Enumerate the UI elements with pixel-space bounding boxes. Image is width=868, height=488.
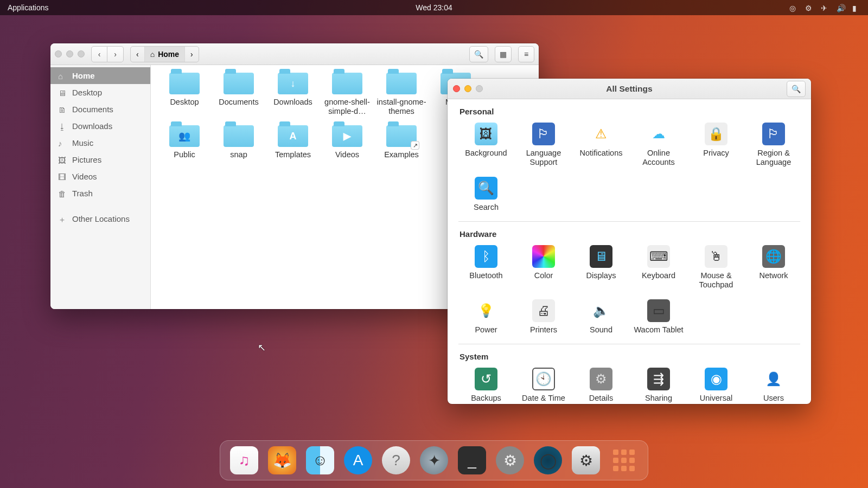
- sidebar-item-label: Music: [72, 138, 93, 147]
- folder-snap[interactable]: snap: [214, 125, 264, 159]
- folder-label: Videos: [335, 150, 359, 159]
- settings-sound[interactable]: 🔈Sound: [573, 297, 629, 337]
- settings-network[interactable]: 🌐Network: [746, 243, 801, 291]
- sidebar-item-downloads[interactable]: ⭳Downloads: [50, 118, 150, 134]
- settings-item-label: Printers: [530, 325, 557, 335]
- settings-online-accounts[interactable]: ☁Online Accounts: [631, 120, 686, 169]
- settings-details[interactable]: ⚙Details: [573, 365, 629, 404]
- sidebar-item-documents[interactable]: 🗎Documents: [50, 101, 150, 118]
- settings-body: Personal 🖼Background 🏳Language Support ⚠…: [448, 99, 811, 404]
- sidebar-item-videos[interactable]: 🎞Videos: [50, 168, 150, 185]
- settings-region[interactable]: 🏳Region & Language: [746, 120, 801, 169]
- folder-documents[interactable]: Documents: [214, 73, 264, 115]
- maximize-button[interactable]: [78, 50, 85, 57]
- dock-help[interactable]: ?: [382, 446, 410, 474]
- tablet-icon: ▭: [647, 299, 670, 322]
- sidebar-item-home[interactable]: ⌂Home: [50, 67, 150, 84]
- close-button[interactable]: [453, 85, 460, 92]
- hamburger-menu-button[interactable]: ≡: [518, 46, 534, 62]
- view-grid-button[interactable]: ▦: [495, 46, 512, 62]
- folder-public[interactable]: Public: [159, 125, 209, 159]
- settings-keyboard[interactable]: ⌨Keyboard: [631, 243, 686, 291]
- battery-icon[interactable]: ▮: [852, 4, 860, 12]
- files-titlebar[interactable]: ‹ › ‹ ⌂ Home › 🔍 ▦ ≡: [50, 43, 539, 65]
- settings-color[interactable]: Color: [516, 243, 571, 291]
- settings-language[interactable]: 🏳Language Support: [516, 120, 571, 169]
- minimize-button[interactable]: [66, 50, 73, 57]
- settings-displays[interactable]: 🖥Displays: [573, 243, 629, 291]
- panel-clock[interactable]: Wed 23:04: [416, 3, 452, 12]
- settings-item-label: Backups: [471, 394, 501, 403]
- sidebar-item-label: Trash: [72, 189, 93, 198]
- sidebar-item-trash[interactable]: 🗑Trash: [50, 185, 150, 202]
- dock-software[interactable]: A: [344, 446, 372, 474]
- path-home[interactable]: ⌂ Home: [145, 47, 185, 62]
- settings-item-label: Sharing: [645, 394, 672, 403]
- settings-search-button[interactable]: 🔍: [787, 81, 806, 97]
- symlink-icon: ↗: [411, 142, 419, 149]
- folder-downloads[interactable]: Downloads: [268, 73, 318, 115]
- settings-date-time[interactable]: 🕙Date & Time: [516, 365, 571, 404]
- folder-icon: [332, 73, 362, 94]
- settings-item-label: Bluetooth: [469, 271, 502, 280]
- dock-activity[interactable]: ◯: [534, 446, 562, 474]
- folder-gnome-shell[interactable]: gnome-shell-simple-d…: [322, 73, 372, 115]
- airplane-icon[interactable]: ✈: [821, 4, 829, 12]
- settings-wacom[interactable]: ▭Wacom Tablet: [631, 297, 686, 337]
- dock-show-apps[interactable]: [610, 446, 638, 474]
- folder-label: Desktop: [170, 98, 199, 107]
- sidebar-item-desktop[interactable]: 🖥Desktop: [50, 84, 150, 101]
- bulb-icon: 💡: [475, 299, 497, 322]
- settings-mouse[interactable]: 🖱Mouse & Touchpad: [688, 243, 744, 291]
- settings-universal-access[interactable]: ◉Universal Access: [688, 365, 744, 404]
- divider: [458, 344, 800, 344]
- settings-backups[interactable]: ↺Backups: [458, 365, 514, 404]
- dock-terminal[interactable]: _: [458, 446, 486, 474]
- maximize-button[interactable]: [476, 85, 483, 92]
- dock-settings[interactable]: ⚙: [496, 446, 524, 474]
- dock-firefox[interactable]: 🦊: [268, 446, 296, 474]
- back-button[interactable]: ‹: [91, 46, 107, 62]
- dock-screenshot[interactable]: ✦: [420, 446, 448, 474]
- desktop-icon: 🖥: [58, 88, 67, 97]
- folder-templates[interactable]: Templates: [268, 125, 318, 159]
- path-prev-button[interactable]: ‹: [131, 47, 145, 62]
- settings-users[interactable]: 👤Users: [746, 365, 801, 404]
- settings-window: All Settings 🔍 Personal 🖼Background 🏳Lan…: [448, 79, 811, 404]
- folder-install-themes[interactable]: install-gnome-themes: [376, 73, 426, 115]
- folder-desktop[interactable]: Desktop: [159, 73, 209, 115]
- dock-music[interactable]: ♫: [230, 446, 258, 474]
- network-icon[interactable]: ⚙: [805, 4, 813, 12]
- volume-icon[interactable]: 🔊: [837, 4, 845, 12]
- mouse-icon: 🖱: [705, 245, 727, 268]
- settings-item-label: Keyboard: [642, 271, 675, 280]
- settings-titlebar[interactable]: All Settings 🔍: [448, 79, 811, 99]
- sidebar-item-other-locations[interactable]: ＋Other Locations: [50, 210, 150, 227]
- videos-icon: 🎞: [58, 172, 67, 181]
- folder-examples[interactable]: ↗Examples: [376, 125, 426, 159]
- settings-printers[interactable]: 🖨Printers: [516, 297, 571, 337]
- settings-sharing[interactable]: ⇶Sharing: [631, 365, 686, 404]
- dock-tweaks[interactable]: ⚙: [572, 446, 600, 474]
- search-button[interactable]: 🔍: [469, 46, 488, 62]
- applications-menu[interactable]: Applications: [8, 3, 49, 12]
- settings-search[interactable]: 🔍Search: [458, 175, 514, 214]
- settings-background[interactable]: 🖼Background: [458, 120, 514, 169]
- minimize-button[interactable]: [464, 85, 471, 92]
- settings-title: All Settings: [606, 84, 652, 94]
- path-next-button[interactable]: ›: [185, 47, 199, 62]
- settings-notifications[interactable]: ⚠Notifications: [573, 120, 629, 169]
- sidebar-item-music[interactable]: ♪Music: [50, 134, 150, 151]
- dock-files[interactable]: ☺: [306, 446, 334, 474]
- settings-item-label: Mouse & Touchpad: [688, 271, 744, 289]
- settings-power[interactable]: 💡Power: [458, 297, 514, 337]
- home-icon: ⌂: [58, 72, 67, 80]
- settings-bluetooth[interactable]: ᛒBluetooth: [458, 243, 514, 291]
- sidebar-item-pictures[interactable]: 🖼Pictures: [50, 151, 150, 168]
- folder-videos[interactable]: Videos: [322, 125, 372, 159]
- indicator-generic-icon[interactable]: ◎: [789, 4, 797, 12]
- user-icon: 👤: [762, 368, 785, 390]
- forward-button[interactable]: ›: [107, 46, 124, 62]
- settings-privacy[interactable]: 🔒Privacy: [688, 120, 744, 169]
- close-button[interactable]: [55, 50, 62, 57]
